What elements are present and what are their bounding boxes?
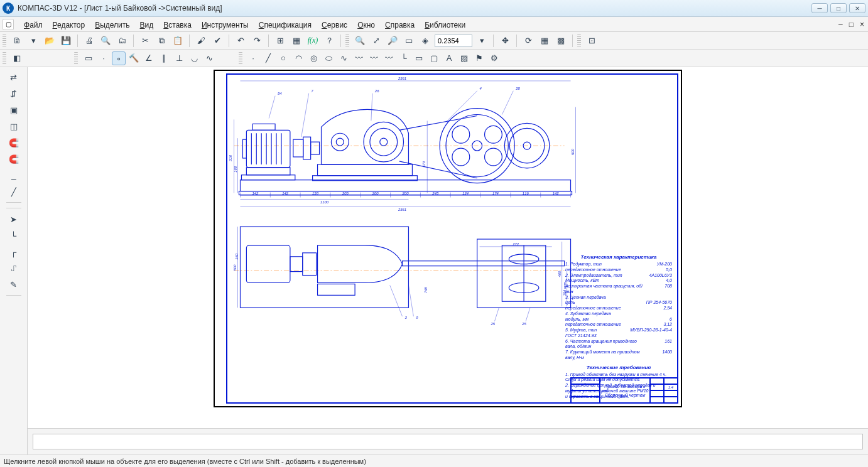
menu-файл[interactable]: Файл [19, 19, 48, 31]
corner-icon[interactable]: └ [397, 51, 411, 65]
rect-icon[interactable]: ▭ [412, 51, 426, 65]
zoom-out-icon[interactable]: 🔎 [386, 34, 399, 48]
snap-point-icon[interactable]: · [97, 51, 111, 65]
drawing-canvas[interactable]: 2361 2361 1100 [28, 67, 868, 428]
zoom-value-input[interactable] [435, 35, 472, 47]
zoom-selection-icon[interactable]: ◈ [418, 34, 432, 48]
toolbar-grip[interactable] [74, 52, 78, 65]
spline-icon[interactable]: ∿ [337, 51, 350, 65]
zoom-in-icon[interactable]: 🔍 [353, 34, 367, 48]
angle-icon[interactable]: ∠ [142, 51, 156, 65]
magnet-2-icon[interactable]: 🧲 [6, 151, 21, 166]
print-preview-icon[interactable]: 🔍 [99, 34, 112, 48]
select-icon[interactable]: ▭ [82, 51, 95, 65]
wave-3-icon[interactable]: 〰 [382, 51, 396, 65]
gear-icon[interactable]: ⚙ [487, 51, 501, 65]
fx-icon[interactable]: f(x) [306, 34, 320, 48]
table-icon[interactable]: ⊞ [273, 34, 287, 48]
svg-line-58 [502, 91, 513, 115]
aux-1-icon[interactable]: ⇄ [6, 70, 21, 85]
layers-icon[interactable]: ▦ [290, 34, 303, 48]
ribbon-icon[interactable]: ⚑ [472, 51, 486, 65]
curve-icon[interactable]: ∿ [202, 51, 216, 65]
parallel-icon[interactable]: ∥ [157, 51, 171, 65]
toolbar-grip[interactable] [345, 35, 349, 47]
step-icon[interactable]: ┌ [6, 244, 21, 259]
new-doc-arrow-icon[interactable]: ▾ [26, 34, 40, 48]
toolbar-grip[interactable] [3, 52, 6, 65]
zoom-fit-icon[interactable]: ⤢ [369, 34, 383, 48]
copy-polar-icon[interactable]: ▣ [6, 102, 21, 117]
redo-icon[interactable]: ↷ [250, 34, 264, 48]
arrow-tool-icon[interactable]: ➤ [6, 212, 21, 227]
mdi-minimize[interactable]: – [837, 20, 844, 29]
doc-icon[interactable]: ▢ [3, 19, 14, 30]
zoom-window-icon[interactable]: ▭ [402, 34, 416, 48]
grid-icon[interactable]: ⊡ [585, 34, 599, 48]
two-circles-icon[interactable]: ◎ [307, 51, 320, 65]
svg-text:500: 500 [571, 148, 575, 155]
svg-rect-19 [318, 164, 413, 176]
property-panel-input[interactable] [33, 434, 863, 449]
undo-icon[interactable]: ↶ [234, 34, 247, 48]
menu-сервис[interactable]: Сервис [317, 19, 352, 31]
mdi-restore[interactable]: □ [848, 20, 855, 29]
menu-окно[interactable]: Окно [352, 19, 380, 31]
menu-выделить[interactable]: Выделить [90, 19, 134, 31]
redraw-2-icon[interactable]: ▩ [554, 34, 568, 48]
pan-icon[interactable]: ✥ [498, 34, 512, 48]
save-icon[interactable]: 💾 [59, 34, 73, 48]
magnet-1-icon[interactable]: 🧲 [6, 135, 21, 150]
text-icon[interactable]: A [442, 51, 456, 65]
wave-1-icon[interactable]: 〰 [352, 51, 366, 65]
axis-tool-icon[interactable]: └ [6, 228, 21, 243]
aux-2-icon[interactable]: ⇵ [6, 86, 21, 101]
zoom-dropdown-icon[interactable]: ▾ [475, 34, 489, 48]
mdi-close[interactable]: × [859, 20, 865, 29]
menu-редактор[interactable]: Редактор [48, 19, 90, 31]
snap-mid-icon[interactable]: ∘ [112, 51, 126, 65]
maximize-button[interactable]: □ [830, 3, 847, 13]
redraw-1-icon[interactable]: ▦ [538, 34, 551, 48]
copy-icon[interactable]: ⧉ [155, 34, 168, 48]
menu-вставка[interactable]: Вставка [158, 19, 197, 31]
new-doc-icon[interactable]: 🗎 [10, 34, 24, 48]
arc-icon[interactable]: ◠ [291, 51, 305, 65]
menu-инструменты[interactable]: Инструменты [197, 19, 254, 31]
pencil-icon[interactable]: ✎ [6, 277, 21, 292]
format-brush-icon[interactable]: 🖌 [194, 34, 208, 48]
planes-icon[interactable]: ◫ [6, 119, 21, 134]
aux-3-icon[interactable]: ⎯ [6, 168, 21, 183]
menu-библиотеки[interactable]: Библиотеки [420, 19, 470, 31]
print-icon[interactable]: 🖨 [82, 34, 96, 48]
aux-4-icon[interactable]: ╱ [6, 184, 21, 199]
svg-rect-95 [246, 245, 290, 283]
regenerate-icon[interactable]: ⟳ [521, 34, 535, 48]
line-icon[interactable]: ╱ [261, 51, 275, 65]
point-icon[interactable]: · [246, 51, 260, 65]
tangent-icon[interactable]: ⑀ [6, 260, 21, 276]
minimize-button[interactable]: ─ [811, 3, 828, 13]
fillet-icon[interactable]: ◡ [187, 51, 201, 65]
close-button[interactable]: ✕ [849, 3, 865, 13]
wave-2-icon[interactable]: 〰 [367, 51, 381, 65]
menu-справка[interactable]: Справка [380, 19, 420, 31]
menu-спецификация[interactable]: Спецификация [254, 19, 317, 31]
help-icon[interactable]: ？ [322, 34, 336, 48]
menu-вид[interactable]: Вид [135, 19, 159, 31]
paste-icon[interactable]: 📋 [171, 34, 185, 48]
toolbar-grip[interactable] [3, 35, 6, 47]
hammer-icon[interactable]: 🔨 [127, 51, 141, 65]
circle-icon[interactable]: ○ [276, 51, 290, 65]
cut-icon[interactable]: ✂ [138, 34, 152, 48]
open-icon[interactable]: 📂 [43, 34, 57, 48]
toolbar-grip[interactable] [577, 35, 581, 47]
bucket-icon[interactable]: ▢ [427, 51, 441, 65]
check-icon[interactable]: ✔ [210, 34, 224, 48]
hatch-icon[interactable]: ▨ [457, 51, 471, 65]
perp-icon[interactable]: ⊥ [172, 51, 186, 65]
status-icon[interactable]: ◧ [10, 51, 24, 65]
toolbar-grip[interactable] [239, 52, 242, 65]
properties-icon[interactable]: 🗂 [115, 34, 129, 48]
ellipse-icon[interactable]: ⬭ [322, 51, 335, 65]
